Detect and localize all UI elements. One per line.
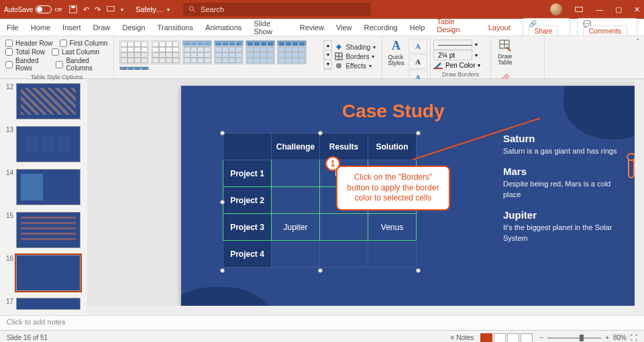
tab-view[interactable]: View	[336, 23, 352, 32]
notes-pane[interactable]: Click to add notes	[0, 315, 644, 330]
thumbnail-13[interactable]: 13	[4, 126, 83, 162]
search-input[interactable]: Search	[183, 3, 371, 16]
header-row-checkbox[interactable]: Header Row	[5, 40, 53, 47]
fit-to-window-icon[interactable]: ⛶	[631, 334, 637, 341]
tab-home[interactable]: Home	[31, 23, 50, 32]
borders-button[interactable]: Borders ▾	[335, 52, 376, 60]
thumbnail-12[interactable]: 12	[4, 83, 83, 119]
table-cell[interactable]: Project 2	[223, 187, 272, 214]
tab-transitions[interactable]: Transitions	[158, 23, 193, 32]
table-style-thumb[interactable]	[119, 66, 149, 70]
tab-table-design[interactable]: Table Design	[437, 17, 476, 38]
slideshow-view-button[interactable]	[521, 333, 533, 343]
qat-dropdown-icon[interactable]: ▾	[121, 7, 123, 13]
redo-icon[interactable]: ↷	[95, 5, 101, 14]
draw-table-button[interactable]: Draw Table	[494, 39, 517, 66]
tab-recording[interactable]: Recording	[364, 23, 398, 32]
selection-handle[interactable]	[318, 268, 323, 273]
undo-icon[interactable]: ↶	[83, 5, 89, 14]
tab-layout[interactable]: Layout	[488, 23, 511, 32]
tab-insert[interactable]: Insert	[62, 23, 81, 32]
comments-button[interactable]: 💬 Comments	[577, 18, 637, 37]
slide-canvas[interactable]: Case Study Challenge Results Solution Pr…	[87, 79, 644, 315]
tab-draw[interactable]: Draw	[93, 23, 111, 32]
text-outline-button[interactable]: A	[409, 54, 427, 69]
table-cell[interactable]: Project 1	[223, 160, 272, 187]
close-icon[interactable]: ✕	[634, 5, 640, 14]
tab-animations[interactable]: Animations	[205, 23, 241, 32]
reading-view-button[interactable]	[507, 333, 519, 343]
zoom-in-icon[interactable]: +	[605, 334, 609, 341]
horizontal-scrollbar[interactable]	[87, 306, 635, 315]
table-cell[interactable]	[320, 241, 368, 268]
table-header[interactable]: Solution	[368, 133, 417, 160]
table-cell[interactable]	[368, 241, 417, 268]
table-style-thumb[interactable]	[119, 40, 149, 64]
autosave-toggle[interactable]	[36, 5, 52, 13]
zoom-control[interactable]: − + 80% ⛶	[539, 334, 637, 341]
table-styles-gallery[interactable]	[119, 40, 323, 70]
table-cell[interactable]: Venus	[368, 214, 417, 241]
shading-button[interactable]: Shading ▾	[335, 43, 376, 51]
pen-weight-dropdown[interactable]: 2¼ pt▾	[433, 50, 488, 60]
notes-toggle[interactable]: ≡ Notes	[451, 334, 474, 341]
tab-help[interactable]: Help	[410, 23, 425, 32]
zoom-out-icon[interactable]: −	[539, 334, 543, 341]
minimize-icon[interactable]: —	[596, 5, 603, 13]
table-style-thumb[interactable]	[214, 40, 244, 64]
text-fill-button[interactable]: A	[409, 39, 427, 54]
tab-file[interactable]: File	[7, 23, 19, 32]
thumbnail-14[interactable]: 14	[4, 169, 83, 205]
slide-counter[interactable]: Slide 16 of 51	[7, 334, 48, 341]
autosave[interactable]: AutoSave Off	[4, 5, 62, 13]
table-cell[interactable]	[272, 241, 320, 268]
last-column-checkbox[interactable]: Last Column	[52, 48, 99, 56]
tab-design[interactable]: Design	[122, 23, 145, 32]
gallery-scroll[interactable]: ▴▾▾	[323, 40, 332, 70]
slide-title[interactable]: Case Study	[342, 101, 445, 122]
table-header[interactable]	[223, 133, 272, 160]
selection-handle[interactable]	[416, 268, 421, 273]
ribbon-display-icon[interactable]	[574, 5, 584, 14]
save-icon[interactable]	[68, 5, 78, 14]
table-cell[interactable]: Project 3	[223, 214, 272, 241]
total-row-checkbox[interactable]: Total Row	[5, 48, 45, 56]
sorter-view-button[interactable]	[494, 333, 506, 343]
banded-columns-checkbox[interactable]: Banded Columns	[56, 57, 108, 72]
document-title[interactable]: Safety… ▾	[136, 5, 170, 13]
table-cell[interactable]	[272, 160, 320, 187]
selection-handle[interactable]	[416, 131, 421, 135]
share-button[interactable]: 🔗 Share	[523, 18, 570, 37]
vertical-scrollbar[interactable]	[635, 79, 644, 315]
pen-style-dropdown[interactable]: —————▾	[433, 40, 488, 50]
table-style-thumb[interactable]	[182, 40, 212, 64]
collapse-ribbon-icon[interactable]: ⌃	[633, 38, 643, 47]
table-cell[interactable]	[320, 214, 368, 241]
selection-handle[interactable]	[220, 268, 225, 273]
thumbnail-17[interactable]: 17	[4, 298, 83, 310]
start-from-beginning-icon[interactable]	[106, 5, 115, 14]
table-style-thumb[interactable]	[246, 40, 275, 64]
user-avatar[interactable]	[550, 3, 562, 15]
table-style-thumb[interactable]	[277, 40, 307, 64]
table-cell[interactable]: Project 4	[223, 241, 272, 268]
zoom-slider[interactable]	[547, 337, 601, 339]
slide-sidebar-text[interactable]: Saturn Saturn is a gas giant and has rin…	[503, 133, 624, 253]
tab-slideshow[interactable]: Slide Show	[254, 19, 288, 36]
first-column-checkbox[interactable]: First Column	[60, 40, 108, 47]
table-header[interactable]: Challenge	[272, 133, 320, 160]
pen-color-button[interactable]: Pen Color▾	[433, 61, 488, 69]
selection-handle[interactable]	[220, 131, 225, 135]
maximize-icon[interactable]: ▢	[615, 5, 622, 14]
normal-view-button[interactable]	[480, 333, 492, 343]
table-header[interactable]: Results	[320, 133, 368, 160]
selection-handle[interactable]	[318, 131, 323, 135]
thumbnail-16[interactable]: 16	[4, 255, 83, 291]
selection-handle[interactable]	[220, 200, 225, 205]
effects-button[interactable]: Effects ▾	[335, 62, 376, 70]
table-cell[interactable]: Jupiter	[272, 214, 320, 241]
quick-styles-button[interactable]: A Quick Styles	[385, 39, 407, 84]
zoom-value[interactable]: 80%	[613, 334, 627, 341]
tab-review[interactable]: Review	[300, 23, 324, 32]
slide-thumbnails[interactable]: 12 13 14 15 16 17	[0, 79, 87, 315]
